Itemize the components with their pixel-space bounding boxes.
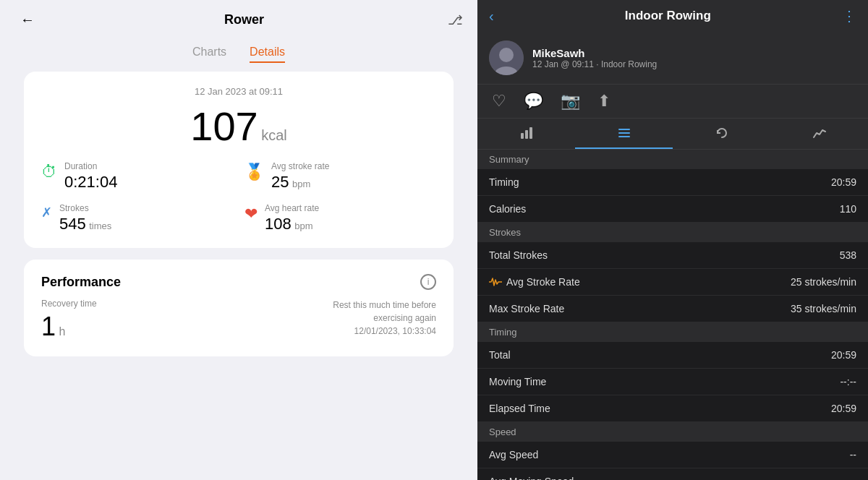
right-panel: ‹ Indoor Rowing ⋮ MikeSawh 12 Jan @ 09:1… [477, 0, 868, 480]
data-table: SummaryTiming20:59Calories110StrokesTota… [477, 150, 868, 480]
table-row: Avg Stroke Rate25 strokes/min [477, 269, 868, 296]
row-value: 538 [840, 249, 856, 261]
row-label: Max Stroke Rate [489, 303, 564, 314]
svg-rect-6 [618, 129, 630, 130]
share-icon[interactable]: ⬆ [597, 92, 610, 111]
right-back-button[interactable]: ‹ [489, 8, 494, 25]
table-row: Elapsed Time20:59 [477, 395, 868, 422]
row-value: 20:59 [831, 176, 856, 188]
rest-text: Rest this much time before exercising ag… [333, 299, 436, 338]
tab-icons-bar [477, 119, 868, 150]
row-value: -- [850, 449, 856, 460]
share-icon[interactable]: ⎇ [448, 12, 463, 28]
left-panel: ← Rower ⎇ Charts Details 12 Jan 2023 at … [0, 0, 477, 480]
performance-card: Performance i Recovery time 1 h Rest thi… [24, 260, 454, 356]
calories-unit: kcal [261, 127, 287, 143]
table-row: Avg Speed-- [477, 442, 868, 468]
tab-icon-list[interactable] [575, 119, 673, 149]
row-value: 25 strokes/min [791, 276, 856, 288]
table-row: Calories110 [477, 196, 868, 223]
recovery-unit: h [59, 325, 65, 338]
svg-rect-5 [529, 127, 532, 139]
svg-rect-8 [618, 136, 630, 137]
stroke-rate-unit: bpm [292, 179, 310, 189]
back-button[interactable]: ← [14, 9, 41, 31]
stat-stroke-rate: 🏅 Avg stroke rate 25 bpm [244, 161, 436, 192]
table-row: Total Strokes538 [477, 242, 868, 269]
row-label: Elapsed Time [489, 403, 550, 414]
row-value: 35 strokes/min [791, 303, 856, 314]
table-row: Timing20:59 [477, 169, 868, 196]
stroke-rate-label: Avg stroke rate [271, 161, 329, 171]
recovery-value: 1 [41, 312, 56, 341]
like-icon[interactable]: ♡ [492, 92, 506, 111]
camera-icon[interactable]: 📷 [561, 92, 580, 111]
row-label: Timing [489, 176, 519, 188]
right-menu-button[interactable]: ⋮ [842, 7, 856, 25]
row-label: Avg Speed [489, 449, 538, 460]
section-header: Speed [477, 422, 868, 442]
user-info: MikeSawh 12 Jan @ 09:11 · Indoor Rowing [532, 47, 657, 69]
clock-icon: ⏱ [41, 163, 57, 181]
user-subtitle: 12 Jan @ 09:11 · Indoor Rowing [532, 59, 657, 69]
strokes-value: 545 [59, 215, 86, 233]
duration-value: 0:21:04 [64, 173, 117, 191]
heart-rate-unit: bpm [294, 220, 312, 231]
tab-icon-chart[interactable] [477, 119, 575, 149]
row-label: Total [489, 349, 511, 361]
performance-body: Recovery time 1 h Rest this much time be… [41, 299, 436, 342]
action-bar: ♡ 💬 📷 ⬆ [477, 85, 868, 119]
comment-icon[interactable]: 💬 [524, 92, 543, 111]
workout-date: 12 Jan 2023 at 09:11 [41, 86, 436, 97]
left-header: ← Rower ⎇ [0, 0, 477, 40]
svg-rect-3 [521, 133, 524, 139]
info-icon[interactable]: i [420, 274, 436, 290]
right-header: ‹ Indoor Rowing ⋮ [477, 0, 868, 32]
row-value: -- [850, 476, 856, 480]
summary-card: 12 Jan 2023 at 09:11 107 kcal ⏱ Duration… [24, 72, 454, 248]
recovery-section: Recovery time 1 h [41, 299, 97, 342]
table-row: Max Stroke Rate35 strokes/min [477, 296, 868, 322]
heart-rate-value: 108 [265, 215, 292, 233]
recovery-label: Recovery time [41, 299, 97, 309]
stat-heart-rate: ❤ Avg heart rate 108 bpm [244, 203, 436, 233]
table-row: Total20:59 [477, 342, 868, 369]
tab-details[interactable]: Details [250, 46, 285, 63]
duration-label: Duration [64, 161, 117, 171]
svg-rect-7 [618, 132, 630, 134]
row-label: Moving Time [489, 376, 546, 387]
strokes-unit: times [89, 220, 111, 231]
page-title: Rower [224, 12, 264, 27]
avatar [489, 40, 524, 75]
calories-display: 107 kcal [41, 103, 436, 150]
strokes-icon: ✗ [41, 205, 52, 220]
stroke-rate-value: 25 [271, 173, 289, 191]
stat-duration: ⏱ Duration 0:21:04 [41, 161, 233, 192]
row-value: 110 [840, 203, 856, 215]
stat-strokes: ✗ Strokes 545 times [41, 203, 233, 233]
row-value: 20:59 [831, 403, 856, 414]
row-label: Avg Stroke Rate [489, 276, 580, 288]
strokes-label: Strokes [59, 203, 111, 213]
tab-charts[interactable]: Charts [192, 46, 226, 63]
tab-icon-refresh[interactable] [673, 119, 770, 149]
row-value: 20:59 [831, 349, 856, 361]
performance-title: Performance [41, 275, 121, 290]
row-label: Avg Moving Speed [489, 476, 574, 480]
tab-bar: Charts Details [0, 40, 477, 72]
calories-value: 107 [190, 103, 258, 149]
row-label: Calories [489, 203, 526, 215]
heart-rate-label: Avg heart rate [265, 203, 319, 213]
performance-header: Performance i [41, 274, 436, 290]
row-value: --:-- [840, 376, 856, 387]
user-section: MikeSawh 12 Jan @ 09:11 · Indoor Rowing [477, 32, 868, 85]
stroke-icon: 🏅 [244, 163, 264, 181]
right-title: Indoor Rowing [625, 9, 711, 23]
user-name: MikeSawh [532, 47, 657, 59]
heart-icon: ❤ [244, 205, 258, 223]
stats-grid: ⏱ Duration 0:21:04 🏅 Avg stroke rate 25 … [41, 161, 436, 233]
tab-icon-graph[interactable] [770, 119, 868, 149]
section-header: Summary [477, 150, 868, 169]
table-row: Moving Time--:-- [477, 369, 868, 395]
section-header: Strokes [477, 223, 868, 242]
